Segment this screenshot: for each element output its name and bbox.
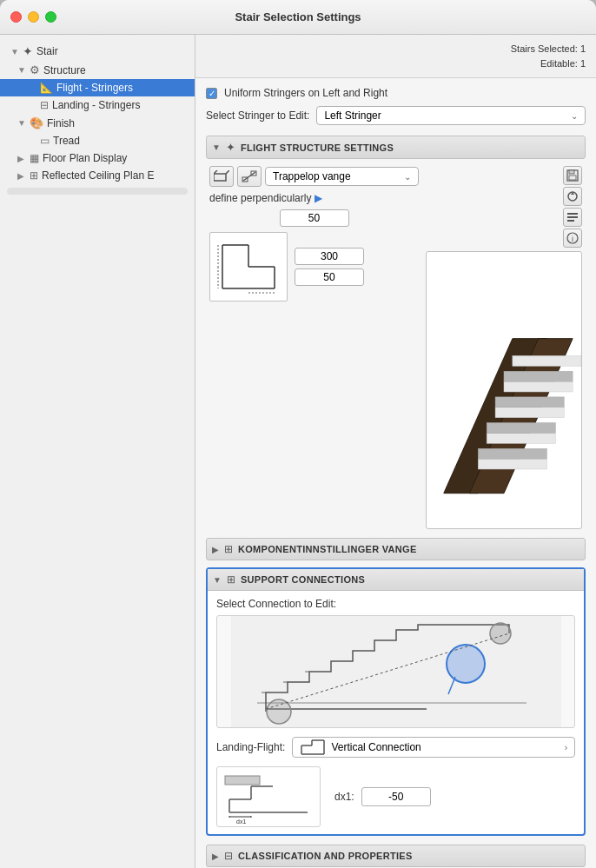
collapse-icon: ▶ [212, 545, 219, 554]
vertical-connection-dropdown[interactable]: Vertical Connection › [292, 737, 575, 758]
connection-diagram-svg [231, 616, 561, 727]
side-icon-1[interactable] [563, 166, 582, 185]
content-area: ✓ Uniform Stringers on Left and Right Se… [195, 78, 596, 868]
sidebar-item-structure[interactable]: ▼ ⚙ Structure [0, 61, 195, 79]
maximize-button[interactable] [45, 11, 56, 23]
support-connections-section: ▼ ⊞ SUPPORT CONNECTIONS Select Connectio… [206, 567, 586, 836]
uniform-stringers-label: Uniform Stringers on Left and Right [224, 87, 387, 99]
sidebar-item-label: Finish [47, 117, 75, 129]
sidebar-item-flight-stringers[interactable]: 📐 Flight - Stringers [0, 79, 195, 96]
perp-indicator: ▶ [315, 192, 322, 204]
stairs-info: Stairs Selected: 1 Editable: 1 [511, 42, 586, 70]
tools-row: Trappelop vange ⌄ [209, 166, 419, 187]
tool-button-1[interactable] [209, 166, 234, 187]
list-icon [566, 211, 579, 223]
save-icon [566, 169, 579, 182]
svg-rect-17 [569, 176, 576, 180]
main-window: Stair Selection Settings ▼ ✦ Stair ▼ ⚙ S… [0, 0, 596, 868]
landing-flight-row: Landing-Flight: Verti [216, 737, 575, 758]
component-section-title: KOMPONENTINNSTILLINGER VANGE [238, 544, 417, 554]
svg-rect-29 [504, 381, 573, 392]
support-section-title: SUPPORT CONNECTIONS [241, 574, 365, 585]
svg-rect-0 [214, 174, 226, 181]
sidebar-item-label: Tread [53, 135, 80, 147]
flight-structure-header[interactable]: ▼ ✦ FLIGHT STRUCTURE SETTINGS [206, 136, 586, 159]
expand-icon: ▼ [17, 118, 26, 128]
svg-line-3 [243, 172, 255, 181]
svg-rect-33 [495, 397, 564, 407]
component-section-header[interactable]: ▶ ⊞ KOMPONENTINNSTILLINGER VANGE [206, 538, 586, 560]
main-content: ▼ ✦ Stair ▼ ⚙ Structure 📐 Flight - Strin… [0, 35, 596, 868]
sidebar-item-label: Floor Plan Display [43, 152, 127, 164]
chevron-right-icon: › [565, 743, 567, 752]
define-perp-label: define perpendicularly [209, 192, 311, 204]
stringer-input-1[interactable] [280, 209, 349, 227]
sidebar-item-landing-stringers[interactable]: ⊟ Landing - Stringers [0, 96, 195, 114]
dx1-input[interactable] [361, 787, 431, 806]
window-title: Stair Selection Settings [235, 10, 361, 23]
tread-icon: ▭ [40, 135, 50, 147]
define-perp-row: define perpendicularly ▶ [209, 192, 419, 204]
side-icon-4[interactable]: i [563, 229, 582, 248]
svg-rect-27 [487, 433, 555, 443]
flight-content: Trappelop vange ⌄ define perpendicularly… [206, 166, 586, 529]
svg-text:dx1: dx1 [236, 818, 246, 825]
collapse-icon: ▼ [212, 142, 221, 152]
stair-icon: ✦ [23, 44, 33, 58]
side-icons: i [563, 166, 582, 248]
tool-button-2[interactable] [237, 166, 262, 187]
svg-point-44 [267, 699, 291, 724]
sidebar-item-label: Landing - Stringers [52, 99, 140, 111]
uniform-stringers-checkbox[interactable]: ✓ [206, 88, 217, 99]
finish-icon: 🎨 [30, 116, 43, 129]
collapse-icon: ▼ [213, 575, 222, 585]
sidebar-item-tread[interactable]: ▭ Tread [0, 132, 195, 149]
svg-rect-31 [478, 448, 546, 459]
classification-title: CLASSIFICATION AND PROPERTIES [238, 851, 413, 861]
landing-flight-label: Landing-Flight: [216, 741, 285, 753]
sidebar-item-floor-plan[interactable]: ▶ ▦ Floor Plan Display [0, 149, 195, 167]
side-icon-3[interactable] [563, 208, 582, 227]
connection-diagram[interactable] [216, 615, 575, 728]
refresh-icon [566, 190, 579, 202]
stringer-diagram [209, 232, 288, 301]
classification-header[interactable]: ▶ ⊟ CLASSIFICATION AND PROPERTIES [206, 845, 586, 867]
stringer-type-dropdown[interactable]: Trappelop vange ⌄ [265, 167, 419, 186]
dx1-label: dx1: [334, 791, 354, 803]
sidebar-scrollbar[interactable] [7, 188, 188, 195]
sidebar-item-finish[interactable]: ▼ 🎨 Finish [0, 114, 195, 132]
support-connections-header[interactable]: ▼ ⊞ SUPPORT CONNECTIONS [208, 569, 584, 591]
stringer-select-dropdown[interactable]: Left Stringer ⌄ [316, 106, 586, 125]
expand-icon: ▶ [17, 154, 26, 163]
right-panel: Stairs Selected: 1 Editable: 1 ✓ Uniform… [195, 35, 596, 868]
svg-rect-28 [495, 407, 564, 418]
svg-line-2 [226, 170, 229, 174]
side-icon-2[interactable] [563, 187, 582, 206]
svg-rect-34 [504, 371, 573, 381]
svg-rect-59 [225, 776, 260, 785]
info-icon: i [566, 232, 579, 244]
landing-icon: ⊟ [40, 99, 49, 111]
stair-3d-svg [427, 252, 581, 528]
flight-icon: 📐 [40, 82, 53, 94]
close-button[interactable] [10, 11, 22, 23]
stringer-input-2[interactable] [295, 248, 364, 265]
stringer-input-3[interactable] [295, 268, 364, 286]
traffic-lights [10, 11, 56, 23]
top-bar: Stairs Selected: 1 Editable: 1 [195, 35, 596, 78]
flight-section-icon: ✦ [226, 141, 235, 154]
stringer-type-value: Trappelop vange [273, 170, 351, 182]
editable-label: Editable: 1 [511, 56, 586, 71]
sidebar-item-stair[interactable]: ▼ ✦ Stair [0, 42, 195, 61]
ceiling-icon: ⊞ [30, 169, 38, 182]
sidebar-item-label: Stair [36, 45, 58, 57]
minimize-button[interactable] [28, 11, 39, 23]
sidebar-item-label: Structure [43, 64, 86, 76]
svg-rect-26 [478, 459, 546, 469]
expand-icon: ▶ [17, 171, 26, 181]
sidebar-item-reflected-ceiling[interactable]: ▶ ⊞ Reflected Ceiling Plan E [0, 167, 195, 184]
stairs-selected-label: Stairs Selected: 1 [511, 42, 586, 56]
flight-section-title: FLIGHT STRUCTURE SETTINGS [241, 142, 394, 153]
expand-icon: ▼ [17, 65, 26, 75]
dx1-row: dx1: [334, 787, 431, 806]
